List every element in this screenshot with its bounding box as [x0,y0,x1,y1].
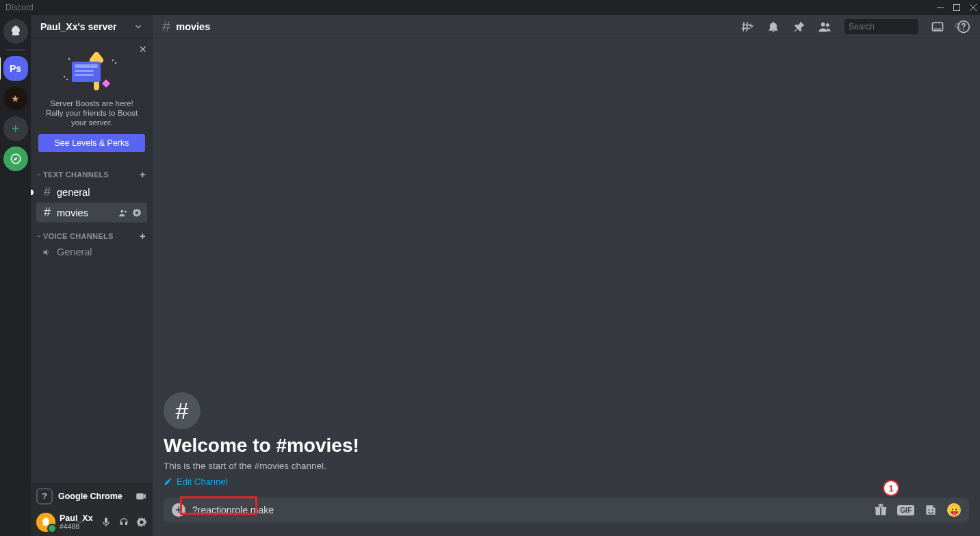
search-box[interactable] [844,19,918,34]
category-label: TEXT CHANNELS [43,170,109,179]
stream-icon[interactable] [135,490,147,502]
svg-rect-3 [75,64,98,68]
channel-sidebar: Paul_Xx's server ✕ Serv [31,15,153,536]
svg-point-8 [112,60,114,61]
svg-rect-22 [880,507,881,515]
invite-icon[interactable] [118,208,128,218]
channel-movies[interactable]: # movies [36,203,147,222]
category-voice-channels[interactable]: VOICE CHANNELS + [32,223,151,243]
svg-point-23 [928,509,929,511]
welcome-title: Welcome to #movies! [164,435,969,457]
notifications-icon[interactable] [766,20,780,34]
explore-servers-button[interactable] [3,146,28,171]
svg-point-7 [64,76,65,77]
channel-title: movies [176,21,210,32]
user-info[interactable]: Paul_Xx #4488 [60,514,96,531]
app-title: Discord [5,3,34,12]
server-icon-other[interactable]: ★ [3,86,28,111]
server-icon-label: ★ [11,93,20,104]
gear-icon[interactable] [132,208,142,218]
server-boost-card: ✕ Server Boosts are here! Rally your fri… [31,38,153,162]
emoji-button[interactable]: 😛 [947,503,961,517]
username-label: Paul_Xx [60,514,96,522]
inbox-icon[interactable] [931,20,944,34]
boost-description: Server Boosts are here! Rally your frien… [36,99,147,127]
edit-channel-link[interactable]: Edit Channel [164,476,969,487]
window-minimize-button[interactable] [936,3,944,12]
activity-panel: ? Google Chrome [31,483,153,509]
message-area: # Welcome to #movies! This is the start … [153,38,980,498]
channel-welcome-icon: # [164,392,201,429]
members-icon[interactable] [818,20,832,34]
channel-label: General [57,246,92,257]
category-label: VOICE CHANNELS [43,232,114,240]
add-channel-button[interactable]: + [140,230,146,242]
svg-point-6 [66,79,68,80]
svg-point-24 [931,509,933,511]
hash-icon: # [42,185,53,199]
activity-icon: ? [36,488,53,505]
main-content: # movies # Welcome to #movies! This is t… [153,15,980,536]
svg-rect-5 [75,74,94,76]
settings-icon[interactable] [136,517,147,528]
channel-header: # movies [153,15,980,38]
svg-rect-0 [954,5,960,11]
threads-icon[interactable] [740,20,754,34]
mute-icon[interactable] [101,517,112,528]
activity-label: Google Chrome [58,492,129,501]
server-name-header[interactable]: Paul_Xx's server [31,15,153,38]
server-name-label: Paul_Xx's server [40,21,117,32]
window-maximize-button[interactable] [953,3,961,12]
hash-icon: # [42,205,53,220]
server-icon-current[interactable]: Ps [3,56,28,81]
svg-rect-4 [75,70,94,72]
gift-icon[interactable] [874,503,888,517]
hash-icon: # [162,18,170,36]
speaker-icon [42,247,53,257]
voice-channel-general[interactable]: General [36,244,147,260]
message-composer: + GIF 😛 [164,498,969,522]
window-titlebar: Discord [0,0,980,15]
server-separator [6,49,25,51]
svg-point-9 [115,62,116,64]
welcome-subtitle: This is the start of the #movies channel… [164,461,969,471]
channel-general[interactable]: # general [36,182,147,202]
sticker-icon[interactable] [924,503,938,517]
svg-rect-12 [136,493,144,499]
add-channel-button[interactable]: + [140,168,146,180]
window-close-button[interactable] [969,3,977,12]
svg-rect-17 [934,28,941,29]
edit-channel-label: Edit Channel [177,476,227,487]
home-button[interactable] [3,19,28,44]
user-panel: Paul_Xx #4488 [31,509,153,536]
server-icon-label: Ps [10,63,21,74]
boost-levels-button[interactable]: See Levels & Perks [38,134,145,152]
svg-point-10 [68,58,70,60]
svg-point-13 [821,22,825,26]
window-controls [936,3,977,12]
svg-point-14 [826,23,829,27]
svg-point-11 [120,209,123,212]
gif-button[interactable]: GIF [897,505,914,515]
boost-illustration [36,45,147,94]
server-list: Ps ★ + [0,15,31,536]
user-discriminator: #4488 [60,522,96,531]
help-icon[interactable] [957,20,970,34]
chevron-down-icon [133,22,143,31]
attach-button[interactable]: + [172,503,185,517]
channel-label: general [57,187,90,198]
category-text-channels[interactable]: TEXT CHANNELS + [32,162,151,181]
svg-point-19 [963,29,964,30]
add-server-button[interactable]: + [3,116,28,141]
close-icon[interactable]: ✕ [139,44,147,55]
message-input[interactable] [192,505,867,515]
composer-row: + GIF 😛 [153,498,980,536]
channel-label: movies [57,207,88,218]
deafen-icon[interactable] [118,517,129,528]
pinned-icon[interactable] [792,20,806,34]
user-avatar[interactable] [36,513,55,532]
